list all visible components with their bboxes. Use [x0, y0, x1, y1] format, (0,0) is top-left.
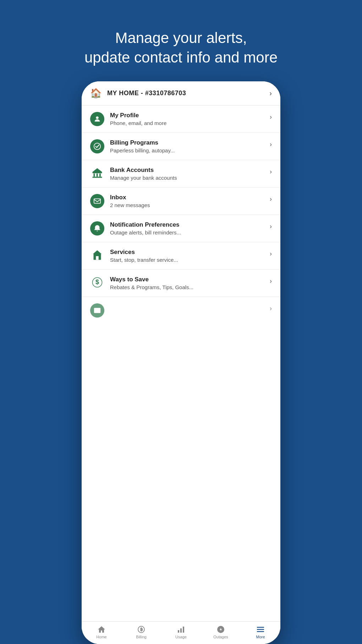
bottom-navigation: Home Billing Usage [82, 621, 280, 644]
notification-preferences-content: Notification Preferences Outage alerts, … [110, 221, 267, 236]
nav-usage-label: Usage [175, 635, 187, 639]
bank-accounts-icon [90, 167, 104, 179]
svg-rect-5 [99, 174, 101, 177]
svg-rect-20 [180, 628, 182, 633]
svg-marker-16 [98, 626, 105, 633]
my-profile-subtitle: Phone, email, and more [110, 120, 267, 126]
bank-accounts-subtitle: Manage your bank accounts [110, 175, 267, 181]
my-profile-icon [90, 112, 104, 126]
nav-home-label: Home [96, 635, 106, 639]
nav-home[interactable]: Home [87, 625, 116, 639]
nav-billing[interactable]: Billing [127, 625, 155, 639]
bank-accounts-item[interactable]: Bank Accounts Manage your bank accounts … [82, 160, 280, 188]
inbox-icon [90, 194, 104, 208]
ways-to-save-content: Ways to Save Rebates & Programs, Tips, G… [110, 276, 267, 290]
ways-to-save-subtitle: Rebates & Programs, Tips, Goals... [110, 284, 267, 290]
nav-billing-label: Billing [136, 635, 146, 639]
svg-point-0 [96, 117, 98, 119]
nav-more[interactable]: More [246, 625, 275, 639]
notification-preferences-title: Notification Preferences [110, 221, 267, 228]
header-line1: Manage your alerts, [115, 29, 247, 46]
my-profile-title: My Profile [110, 112, 267, 119]
partial-item-content [110, 303, 267, 304]
services-subtitle: Start, stop, transfer service... [110, 257, 267, 263]
nav-outages[interactable]: Outages [207, 625, 235, 639]
my-home-item[interactable]: 🏠 MY HOME - #3310786703 › [82, 81, 280, 105]
svg-rect-6 [93, 177, 102, 178]
billing-programs-content: Billing Programs Paperless billing, auto… [110, 139, 267, 153]
notification-preferences-chevron: › [270, 223, 272, 230]
notification-preferences-subtitle: Outage alerts, bill reminders... [110, 229, 267, 236]
inbox-content: Inbox 2 new messages [110, 194, 267, 208]
billing-programs-subtitle: Paperless billing, autopay... [110, 147, 267, 153]
svg-rect-12 [96, 256, 99, 260]
bank-accounts-chevron: › [270, 168, 272, 175]
ways-to-save-chevron: › [270, 277, 272, 285]
bank-accounts-title: Bank Accounts [110, 167, 267, 174]
svg-rect-4 [97, 174, 98, 177]
svg-marker-7 [93, 168, 102, 172]
billing-programs-item[interactable]: Billing Programs Paperless billing, auto… [82, 133, 280, 160]
my-home-chevron: › [269, 89, 272, 97]
partial-item-chevron: › [270, 305, 272, 312]
svg-marker-10 [93, 250, 102, 254]
svg-rect-21 [183, 627, 184, 633]
phone-frame: 🏠 MY HOME - #3310786703 › My Profile Pho… [82, 81, 280, 644]
partial-item-icon [90, 303, 104, 318]
ways-to-save-item[interactable]: $ Ways to Save Rebates & Programs, Tips,… [82, 270, 280, 297]
inbox-item[interactable]: Inbox 2 new messages › [82, 188, 280, 215]
services-title: Services [110, 249, 267, 256]
my-profile-item[interactable]: My Profile Phone, email, and more › [82, 105, 280, 133]
services-item[interactable]: Services Start, stop, transfer service..… [82, 242, 280, 270]
svg-rect-3 [94, 174, 95, 177]
inbox-chevron: › [270, 195, 272, 203]
nav-more-label: More [256, 635, 265, 639]
my-profile-chevron: › [270, 113, 272, 121]
phone-screen: 🏠 MY HOME - #3310786703 › My Profile Pho… [82, 81, 280, 644]
menu-list: My Profile Phone, email, and more › Bill… [82, 105, 280, 621]
bank-accounts-content: Bank Accounts Manage your bank accounts [110, 167, 267, 181]
services-icon [90, 249, 104, 261]
svg-text:$: $ [95, 278, 99, 286]
nav-usage[interactable]: Usage [167, 625, 195, 639]
svg-rect-2 [93, 172, 102, 173]
inbox-title: Inbox [110, 194, 267, 201]
svg-rect-19 [178, 630, 179, 633]
my-home-label: MY HOME - #3310786703 [107, 90, 269, 97]
notification-preferences-item[interactable]: Notification Preferences Outage alerts, … [82, 215, 280, 242]
notification-preferences-icon [90, 221, 104, 236]
ways-to-save-icon: $ [90, 276, 104, 289]
ways-to-save-title: Ways to Save [110, 276, 267, 283]
partial-item[interactable]: › [82, 297, 280, 324]
inbox-subtitle: 2 new messages [110, 202, 267, 208]
billing-programs-chevron: › [270, 141, 272, 148]
header-line2: update contact info and more [84, 49, 278, 66]
page-header: Manage your alerts, update contact info … [63, 0, 299, 81]
services-content: Services Start, stop, transfer service..… [110, 249, 267, 263]
my-profile-content: My Profile Phone, email, and more [110, 112, 267, 126]
services-chevron: › [270, 250, 272, 258]
billing-programs-icon [90, 139, 104, 153]
nav-outages-label: Outages [213, 635, 228, 639]
billing-programs-title: Billing Programs [110, 139, 267, 146]
svg-rect-15 [94, 308, 100, 313]
home-icon: 🏠 [90, 88, 102, 99]
